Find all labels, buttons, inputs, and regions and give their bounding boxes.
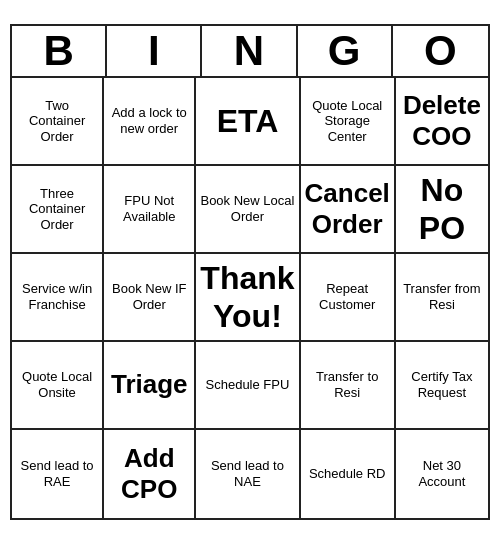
bingo-cell-text: Cancel Order	[305, 178, 390, 240]
bingo-cell-text: Schedule RD	[309, 466, 386, 482]
bingo-cell-text: Add CPO	[108, 443, 190, 505]
bingo-cell-text: Transfer to Resi	[305, 369, 390, 400]
bingo-cell: Transfer to Resi	[301, 342, 396, 430]
bingo-header-letter: N	[202, 26, 297, 76]
bingo-cell-text: FPU Not Available	[108, 193, 190, 224]
bingo-cell-text: Two Container Order	[16, 98, 98, 145]
bingo-cell: Cancel Order	[301, 166, 396, 254]
bingo-cell-text: Schedule FPU	[206, 377, 290, 393]
bingo-cell-text: Quote Local Onsite	[16, 369, 98, 400]
bingo-cell: Thank You!	[196, 254, 300, 342]
bingo-cell-text: Send lead to RAE	[16, 458, 98, 489]
bingo-cell: Net 30 Account	[396, 430, 488, 518]
bingo-cell: Quote Local Onsite	[12, 342, 104, 430]
bingo-cell: ETA	[196, 78, 300, 166]
bingo-cell: No PO	[396, 166, 488, 254]
bingo-cell-text: Send lead to NAE	[200, 458, 294, 489]
bingo-cell: Repeat Customer	[301, 254, 396, 342]
bingo-cell-text: Net 30 Account	[400, 458, 484, 489]
bingo-header: BINGO	[12, 26, 488, 78]
bingo-header-letter: I	[107, 26, 202, 76]
bingo-cell-text: Book New IF Order	[108, 281, 190, 312]
bingo-cell: Book New Local Order	[196, 166, 300, 254]
bingo-header-letter: O	[393, 26, 488, 76]
bingo-cell: Certify Tax Request	[396, 342, 488, 430]
bingo-cell: Transfer from Resi	[396, 254, 488, 342]
bingo-cell-text: Book New Local Order	[200, 193, 294, 224]
bingo-cell: Book New IF Order	[104, 254, 196, 342]
bingo-cell-text: Three Container Order	[16, 186, 98, 233]
bingo-cell: Schedule FPU	[196, 342, 300, 430]
bingo-cell-text: Repeat Customer	[305, 281, 390, 312]
bingo-cell-text: Service w/in Franchise	[16, 281, 98, 312]
bingo-cell-text: Delete COO	[400, 90, 484, 152]
bingo-cell: Send lead to RAE	[12, 430, 104, 518]
bingo-cell-text: No PO	[400, 171, 484, 248]
bingo-cell: Delete COO	[396, 78, 488, 166]
bingo-cell: Schedule RD	[301, 430, 396, 518]
bingo-cell: Service w/in Franchise	[12, 254, 104, 342]
bingo-cell: Quote Local Storage Center	[301, 78, 396, 166]
bingo-cell: Add a lock to new order	[104, 78, 196, 166]
bingo-cell-text: Quote Local Storage Center	[305, 98, 390, 145]
bingo-cell: Triage	[104, 342, 196, 430]
bingo-header-letter: B	[12, 26, 107, 76]
bingo-cell-text: Transfer from Resi	[400, 281, 484, 312]
bingo-grid: Two Container OrderAdd a lock to new ord…	[12, 78, 488, 518]
bingo-cell: Add CPO	[104, 430, 196, 518]
bingo-cell-text: Triage	[111, 369, 188, 400]
bingo-cell: Two Container Order	[12, 78, 104, 166]
bingo-cell: FPU Not Available	[104, 166, 196, 254]
bingo-cell: Three Container Order	[12, 166, 104, 254]
bingo-card: BINGO Two Container OrderAdd a lock to n…	[10, 24, 490, 520]
bingo-cell-text: Certify Tax Request	[400, 369, 484, 400]
bingo-cell: Send lead to NAE	[196, 430, 300, 518]
bingo-cell-text: Thank You!	[200, 259, 294, 336]
bingo-cell-text: ETA	[217, 102, 279, 140]
bingo-header-letter: G	[298, 26, 393, 76]
bingo-cell-text: Add a lock to new order	[108, 105, 190, 136]
